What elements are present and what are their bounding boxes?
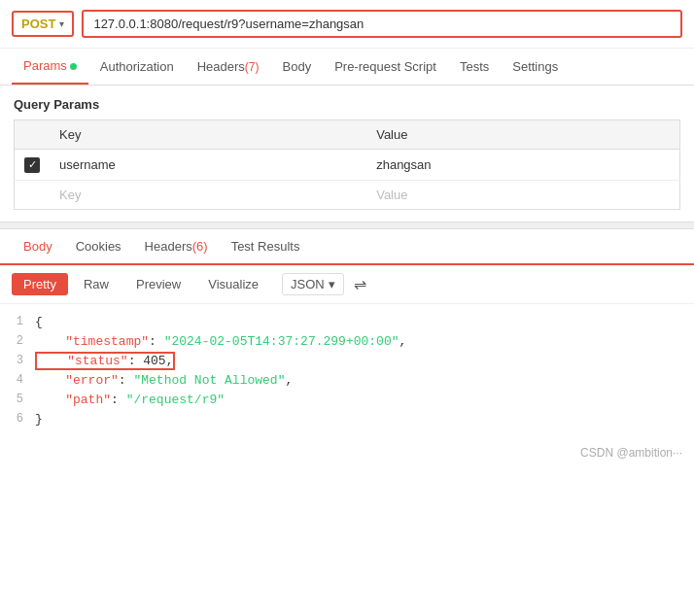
query-params-section: Query Params Key Value username zhangsan… bbox=[0, 86, 694, 222]
table-row: Key Value bbox=[15, 180, 680, 209]
tab-body[interactable]: Body bbox=[271, 50, 324, 84]
col-value: Value bbox=[366, 120, 679, 150]
tab-settings[interactable]: Settings bbox=[501, 50, 570, 84]
pretty-button[interactable]: Pretty bbox=[12, 273, 68, 295]
line-num-6: 6 bbox=[0, 411, 35, 430]
line-content-4: "error": "Method Not Allowed", bbox=[35, 372, 694, 392]
footer: CSDN @ambition··· bbox=[0, 440, 694, 465]
response-tab-cookies[interactable]: Cookies bbox=[64, 229, 133, 263]
row1-checkbox[interactable] bbox=[24, 157, 40, 173]
format-bar: Pretty Raw Preview Visualize JSON ▾ ⇌ bbox=[0, 265, 694, 304]
code-line-4: 4 "error": "Method Not Allowed", bbox=[0, 372, 694, 392]
code-line-5: 5 "path": "/request/r9" bbox=[0, 392, 694, 411]
line-content-5: "path": "/request/r9" bbox=[35, 392, 694, 411]
response-tabs: Body Cookies Headers(6) Test Results bbox=[0, 229, 694, 265]
response-tab-test-results[interactable]: Test Results bbox=[220, 229, 312, 263]
params-table: Key Value username zhangsan Key Value bbox=[14, 120, 680, 210]
tab-tests[interactable]: Tests bbox=[448, 50, 501, 84]
code-line-2: 2 "timestamp": "2024-02-05T14:37:27.299+… bbox=[0, 333, 694, 353]
line-content-3: "status": 405, bbox=[35, 353, 694, 372]
method-dropdown-icon: ▾ bbox=[59, 18, 64, 29]
line-num-2: 2 bbox=[0, 333, 35, 353]
section-divider bbox=[0, 222, 694, 229]
row1-checkbox-cell[interactable] bbox=[15, 150, 51, 181]
row2-key[interactable]: Key bbox=[50, 180, 366, 209]
wrap-button[interactable]: ⇌ bbox=[354, 275, 366, 293]
request-tabs: Params Authorization Headers(7) Body Pre… bbox=[0, 49, 694, 86]
table-row: username zhangsan bbox=[15, 150, 680, 181]
line-num-1: 1 bbox=[0, 314, 35, 333]
footer-text: CSDN @ambition··· bbox=[580, 446, 682, 460]
json-dropdown-icon: ▾ bbox=[329, 277, 335, 291]
code-line-6: 6 } bbox=[0, 411, 694, 430]
col-checkbox bbox=[15, 120, 51, 150]
tab-headers[interactable]: Headers(7) bbox=[186, 50, 271, 84]
line-content-6: } bbox=[35, 411, 694, 430]
tab-authorization[interactable]: Authorization bbox=[88, 50, 186, 84]
method-label: POST bbox=[21, 17, 55, 31]
visualize-button[interactable]: Visualize bbox=[196, 273, 270, 295]
line-num-4: 4 bbox=[0, 372, 35, 392]
tab-prerequest[interactable]: Pre-request Script bbox=[323, 50, 448, 84]
code-line-3: 3 "status": 405, bbox=[0, 353, 694, 372]
json-format-selector[interactable]: JSON ▾ bbox=[282, 273, 344, 295]
code-area: 1 { 2 "timestamp": "2024-02-05T14:37:27.… bbox=[0, 304, 694, 440]
line-num-5: 5 bbox=[0, 392, 35, 411]
col-key: Key bbox=[50, 120, 366, 150]
row2-value[interactable]: Value bbox=[366, 180, 679, 209]
line-num-3: 3 bbox=[0, 353, 35, 372]
raw-button[interactable]: Raw bbox=[72, 273, 121, 295]
preview-button[interactable]: Preview bbox=[124, 273, 192, 295]
code-line-1: 1 { bbox=[0, 314, 694, 333]
row1-value: zhangsan bbox=[366, 150, 679, 181]
tab-params[interactable]: Params bbox=[12, 49, 88, 85]
row1-key: username bbox=[50, 150, 366, 181]
query-params-title: Query Params bbox=[14, 97, 680, 112]
response-tab-body[interactable]: Body bbox=[12, 229, 64, 265]
line-content-2: "timestamp": "2024-02-05T14:37:27.299+00… bbox=[35, 333, 694, 353]
line-content-1: { bbox=[35, 314, 694, 333]
method-selector[interactable]: POST ▾ bbox=[12, 11, 74, 37]
row2-checkbox-cell bbox=[15, 180, 51, 209]
url-input[interactable] bbox=[82, 10, 682, 38]
response-tab-headers[interactable]: Headers(6) bbox=[133, 229, 220, 263]
top-bar: POST ▾ bbox=[0, 0, 694, 49]
params-dot bbox=[70, 63, 77, 70]
